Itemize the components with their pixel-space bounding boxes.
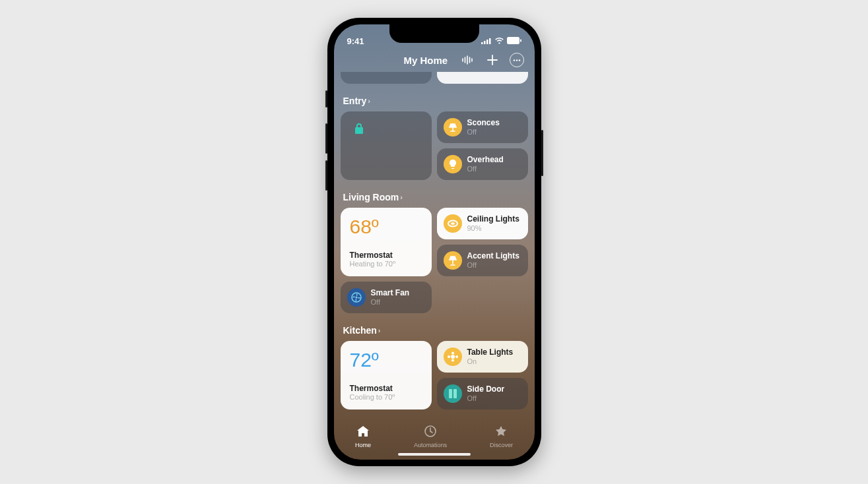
tile-name: Thermostat bbox=[350, 384, 395, 394]
tab-home[interactable]: Home bbox=[355, 425, 371, 448]
page-title[interactable]: My Home bbox=[404, 55, 448, 66]
svg-rect-1 bbox=[484, 41, 486, 44]
chevron-right-icon: › bbox=[400, 193, 403, 201]
section-title-text: Kitchen bbox=[343, 325, 377, 336]
svg-point-14 bbox=[516, 59, 517, 61]
automations-icon bbox=[424, 425, 436, 440]
tile-entry-lock[interactable] bbox=[341, 111, 432, 180]
tab-label: Home bbox=[355, 442, 371, 448]
tab-label: Automations bbox=[414, 442, 447, 448]
more-button[interactable] bbox=[510, 53, 524, 67]
tile-status: Off bbox=[371, 298, 410, 307]
nav-header: My Home bbox=[334, 51, 535, 72]
signal-icon bbox=[481, 36, 492, 46]
section-header-kitchen[interactable]: Kitchen › bbox=[341, 321, 528, 341]
svg-point-23 bbox=[451, 352, 454, 355]
thermostat-temp: 72º bbox=[350, 349, 379, 371]
svg-point-20 bbox=[451, 355, 455, 359]
tile-table-lights[interactable]: Table Lights On bbox=[437, 341, 528, 373]
svg-point-17 bbox=[451, 222, 455, 225]
home-icon bbox=[356, 425, 370, 440]
lamp-icon bbox=[444, 251, 462, 270]
tile-status: 90% bbox=[467, 224, 519, 233]
tile-sconces[interactable]: Sconces Off bbox=[437, 111, 528, 143]
svg-rect-2 bbox=[486, 40, 488, 44]
tile-name: Side Door bbox=[467, 385, 505, 394]
tile-accent-lights[interactable]: Accent Lights Off bbox=[437, 245, 528, 276]
svg-point-15 bbox=[518, 59, 519, 61]
tab-discover[interactable]: Discover bbox=[490, 425, 513, 448]
svg-rect-25 bbox=[449, 389, 452, 398]
door-icon bbox=[444, 384, 462, 403]
tile-status: Heating to 70º bbox=[350, 260, 395, 268]
svg-rect-0 bbox=[481, 42, 483, 44]
screen: 9:41 My Home bbox=[334, 24, 535, 460]
tile-status: Off bbox=[467, 394, 505, 403]
tile-status: Cooling to 70º bbox=[350, 393, 395, 402]
intercom-button[interactable] bbox=[459, 52, 475, 68]
lock-icon bbox=[350, 119, 368, 138]
battery-icon bbox=[507, 36, 521, 46]
section-title-text: Living Room bbox=[343, 192, 399, 202]
chevron-right-icon: › bbox=[378, 326, 381, 334]
tile-kitchen-thermostat[interactable]: 72º Thermostat Cooling to 70º bbox=[341, 341, 432, 409]
tile-name: Accent Lights bbox=[467, 252, 519, 261]
wifi-icon bbox=[494, 36, 504, 46]
tile-living-thermostat[interactable]: 68º Thermostat Heating to 70º bbox=[341, 208, 432, 276]
silent-switch bbox=[325, 90, 327, 107]
bulb-icon bbox=[444, 155, 462, 173]
section-title-text: Entry bbox=[343, 96, 367, 106]
svg-point-13 bbox=[513, 59, 514, 61]
tile-name: Overhead bbox=[467, 156, 504, 165]
section-header-entry[interactable]: Entry › bbox=[341, 92, 528, 111]
home-indicator[interactable] bbox=[398, 453, 471, 456]
phone-frame: 9:41 My Home bbox=[327, 18, 541, 466]
volume-up-button bbox=[325, 123, 327, 154]
tile-ceiling-lights[interactable]: Ceiling Lights 90% bbox=[437, 208, 528, 239]
power-button bbox=[541, 130, 543, 176]
tile-name: Thermostat bbox=[350, 251, 395, 260]
svg-point-24 bbox=[451, 359, 454, 362]
tab-automations[interactable]: Automations bbox=[414, 425, 447, 448]
tile-overhead[interactable]: Overhead Off bbox=[437, 148, 528, 180]
svg-rect-4 bbox=[507, 37, 519, 44]
tile-status: Off bbox=[467, 261, 519, 270]
thermostat-temp: 68º bbox=[350, 216, 379, 238]
svg-rect-26 bbox=[453, 389, 457, 398]
tile-side-door[interactable]: Side Door Off bbox=[437, 378, 528, 409]
recessed-light-icon bbox=[444, 214, 462, 233]
tile-status: Off bbox=[467, 165, 504, 173]
tile-name: Sconces bbox=[467, 119, 500, 128]
svg-rect-3 bbox=[489, 38, 491, 44]
svg-point-22 bbox=[455, 355, 458, 358]
discover-icon bbox=[495, 425, 507, 440]
section-header-living-room[interactable]: Living Room › bbox=[341, 188, 528, 208]
svg-point-19 bbox=[355, 297, 357, 299]
tile-status: On bbox=[467, 357, 514, 366]
svg-point-21 bbox=[448, 355, 450, 358]
tile-name: Smart Fan bbox=[371, 289, 410, 298]
add-button[interactable] bbox=[484, 52, 500, 68]
fan-icon bbox=[347, 288, 366, 307]
content-scroll[interactable]: Entry › Sconces Off bbox=[334, 72, 535, 424]
tile-name: Ceiling Lights bbox=[467, 215, 519, 224]
lamp-icon bbox=[444, 118, 462, 136]
tile-smart-fan[interactable]: Smart Fan Off bbox=[341, 282, 432, 313]
chandelier-icon bbox=[444, 348, 462, 366]
svg-rect-5 bbox=[520, 39, 521, 42]
volume-down-button bbox=[325, 160, 327, 191]
partial-previous-section bbox=[341, 72, 528, 84]
tile-name: Table Lights bbox=[467, 348, 514, 357]
chevron-right-icon: › bbox=[368, 97, 370, 105]
notch bbox=[389, 24, 479, 43]
tab-label: Discover bbox=[490, 442, 513, 448]
tile-status: Off bbox=[467, 128, 500, 136]
status-time: 9:41 bbox=[347, 36, 364, 46]
